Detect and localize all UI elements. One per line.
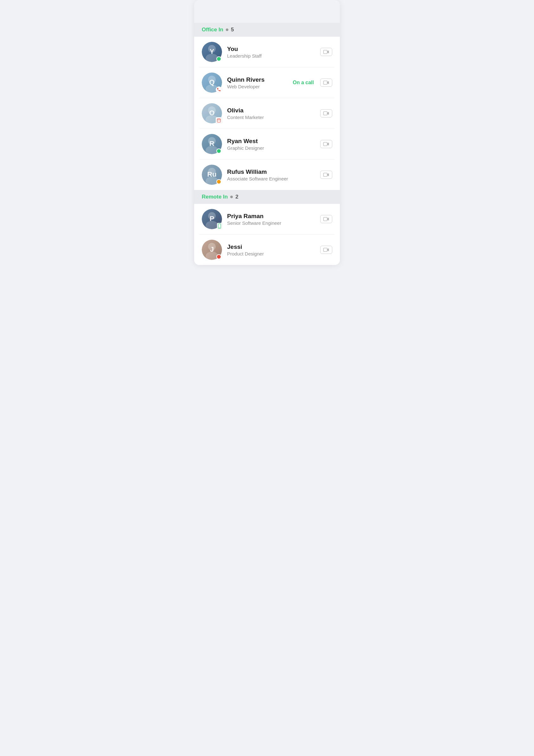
member-role-rufus: Associate Software Engineer: [227, 176, 315, 181]
svg-rect-16: [217, 119, 221, 122]
mobile-status-icon: [217, 223, 222, 229]
video-call-button-quinn[interactable]: [320, 78, 332, 87]
member-name-quinn: Quinn Rivers: [227, 76, 288, 83]
member-role-you: Leadership Staff: [227, 53, 315, 59]
calendar-status-icon: [216, 117, 222, 123]
member-info-olivia: Olivia Content Marketer: [227, 107, 315, 120]
svg-rect-32: [323, 173, 327, 177]
svg-marker-27: [327, 143, 329, 145]
svg-text:Y: Y: [210, 47, 214, 55]
member-info-jessi: Jessi Product Designer: [227, 243, 315, 256]
section-header-office-in: Office In 5: [194, 23, 340, 37]
members-list-office-in: Y You Leadership Staff: [194, 37, 340, 190]
status-dot: [216, 148, 221, 153]
svg-rect-10: [323, 81, 327, 85]
member-right-rufus: [320, 171, 332, 179]
member-item-you: Y You Leadership Staff: [199, 37, 335, 68]
svg-rect-46: [323, 248, 327, 252]
member-item-jessi: J Jessi Product Designer: [199, 234, 335, 265]
member-info-priya: Priya Raman Senior Software Engineer: [227, 213, 315, 226]
member-right-olivia: [320, 109, 332, 118]
avatar-wrapper-ryan: R: [202, 134, 222, 154]
avatar-wrapper-you: Y: [202, 42, 222, 62]
svg-marker-21: [327, 112, 329, 115]
member-name-rufus: Rufus William: [227, 169, 315, 176]
page-header: [194, 0, 340, 23]
svg-text:R: R: [210, 140, 214, 148]
svg-text:P: P: [210, 215, 214, 223]
member-info-ryan: Ryan West Graphic Designer: [227, 138, 315, 151]
svg-rect-40: [323, 218, 327, 221]
avatar-wrapper-quinn: Q: [202, 72, 222, 93]
member-role-olivia: Content Marketer: [227, 115, 315, 120]
member-item-quinn: Q Quinn Rivers Web Developer On a call: [199, 68, 335, 98]
members-list-remote-in: P Priya Raman Senior Software Engineer: [194, 204, 340, 265]
member-name-ryan: Ryan West: [227, 138, 315, 145]
status-dot: [216, 56, 221, 62]
svg-text:O: O: [209, 109, 214, 117]
avatar-wrapper-rufus: Ru: [202, 165, 222, 185]
section-count-office-in: 5: [231, 27, 234, 33]
sections-container: Office In 5 Y You Leadership Staff: [194, 23, 340, 265]
section-office-in: Office In 5 Y You Leadership Staff: [194, 23, 340, 190]
member-name-olivia: Olivia: [227, 107, 315, 114]
member-item-rufus: Ru Rufus William Associate Software Engi…: [199, 160, 335, 190]
section-separator-remote-in: [230, 196, 233, 198]
status-dot: [216, 179, 221, 184]
section-count-remote-in: 2: [235, 194, 238, 200]
section-separator-office-in: [226, 29, 228, 31]
avatar-wrapper-priya: P: [202, 209, 222, 229]
svg-marker-11: [327, 81, 329, 84]
svg-text:Q: Q: [209, 78, 214, 86]
svg-rect-4: [323, 50, 327, 54]
member-name-priya: Priya Raman: [227, 213, 315, 220]
member-right-priya: [320, 215, 332, 223]
member-info-rufus: Rufus William Associate Software Enginee…: [227, 169, 315, 181]
svg-marker-33: [327, 173, 329, 176]
section-header-remote-in: Remote In 2: [194, 190, 340, 204]
svg-point-39: [219, 228, 220, 228]
member-name-you: You: [227, 45, 315, 53]
status-dot: [216, 254, 221, 259]
video-call-button-rufus[interactable]: [320, 171, 332, 179]
member-item-priya: P Priya Raman Senior Software Engineer: [199, 204, 335, 234]
video-call-button-ryan[interactable]: [320, 140, 332, 148]
video-call-button-priya[interactable]: [320, 215, 332, 223]
svg-marker-41: [327, 218, 329, 220]
member-right-quinn: On a call: [293, 78, 332, 87]
video-call-button-olivia[interactable]: [320, 109, 332, 118]
member-role-ryan: Graphic Designer: [227, 145, 315, 151]
member-right-jessi: [320, 246, 332, 254]
member-right-ryan: [320, 140, 332, 148]
member-info-quinn: Quinn Rivers Web Developer: [227, 76, 288, 89]
section-label-remote-in: Remote In: [202, 194, 228, 200]
member-item-ryan: R Ryan West Graphic Designer: [199, 129, 335, 160]
on-call-label-quinn: On a call: [293, 80, 314, 86]
svg-marker-5: [327, 50, 329, 53]
app-container: Office In 5 Y You Leadership Staff: [194, 0, 340, 265]
member-item-olivia: O Olivia Content Marketer: [199, 98, 335, 129]
section-label-office-in: Office In: [202, 27, 223, 33]
svg-text:J: J: [210, 245, 214, 253]
svg-marker-47: [327, 248, 329, 251]
avatar-wrapper-jessi: J: [202, 240, 222, 260]
video-call-button-jessi[interactable]: [320, 246, 332, 254]
svg-text:Ru: Ru: [207, 170, 216, 178]
svg-rect-20: [323, 112, 327, 115]
member-right-you: [320, 48, 332, 56]
member-name-jessi: Jessi: [227, 243, 315, 251]
svg-rect-26: [323, 143, 327, 146]
avatar-wrapper-olivia: O: [202, 103, 222, 123]
video-call-button-you[interactable]: [320, 48, 332, 56]
phone-status-icon: [216, 86, 222, 93]
member-role-priya: Senior Software Engineer: [227, 220, 315, 226]
member-info-you: You Leadership Staff: [227, 45, 315, 59]
member-role-quinn: Web Developer: [227, 84, 288, 89]
member-role-jessi: Product Designer: [227, 251, 315, 256]
section-remote-in: Remote In 2 P Priya Raman Senior S: [194, 190, 340, 265]
page-title: [202, 8, 332, 18]
